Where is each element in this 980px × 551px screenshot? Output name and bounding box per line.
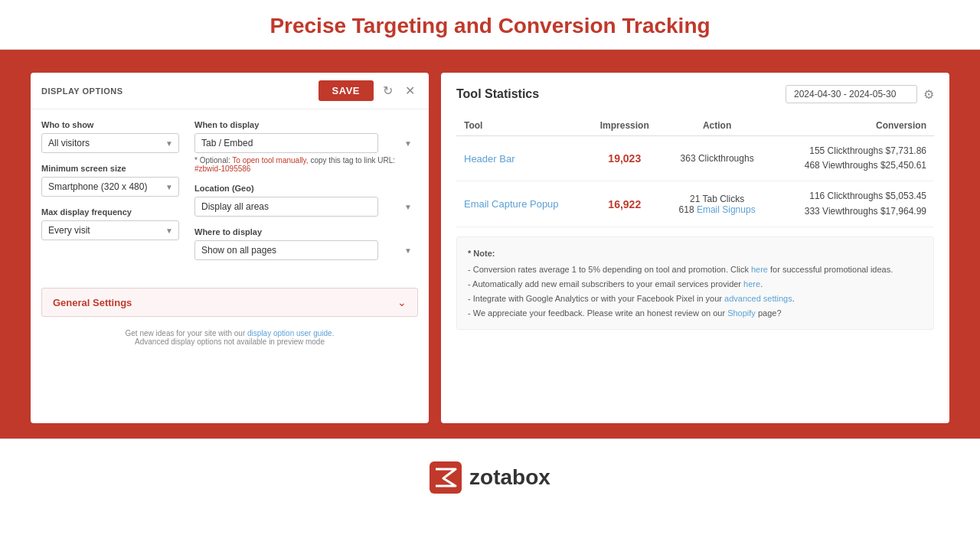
stats-header: Tool Statistics ⚙ [456, 85, 934, 103]
where-to-display-arrow-icon: ▼ [404, 246, 412, 255]
panel-header: DISPLAY OPTIONS SAVE ↻ ✕ [31, 73, 429, 109]
stats-date-range: ⚙ [786, 85, 934, 103]
conversion-line2: 333 Viewthroughs $17,964.99 [779, 204, 926, 219]
panel-footer: Get new ideas for your site with our dis… [31, 323, 429, 349]
conversion-line1: 155 Clickthroughs $7,731.86 [779, 144, 926, 158]
panel-title: DISPLAY OPTIONS [41, 86, 123, 96]
zotabox-brand-name: zotabox [469, 465, 550, 490]
notes-section: * Note: - Conversion rates average 1 to … [456, 236, 934, 330]
action-cell: 21 Tab Clicks 618 Email Signups [663, 181, 772, 227]
table-row: Email Capture Popup 16,922 21 Tab Clicks… [456, 181, 934, 227]
advanced-settings-link[interactable]: advanced settings [724, 294, 792, 303]
stats-table: Tool Impression Action Conversion Header… [456, 116, 934, 227]
open-tool-link[interactable]: To open tool manually, [232, 156, 308, 165]
min-screen-select[interactable]: Smartphone (320 x 480) Tablet (768 x 102… [41, 177, 179, 197]
page-title: Precise Targeting and Conversion Trackin… [0, 14, 980, 38]
general-settings-label: General Settings [53, 297, 132, 308]
location-geo-select[interactable]: Display all areas US only EU only [194, 197, 378, 217]
header-actions: SAVE ↻ ✕ [318, 80, 418, 101]
conversion-value: 155 Clickthroughs $7,731.86 468 Viewthro… [779, 144, 926, 173]
conversion-value: 116 Clickthroughs $5,053.45 333 Viewthro… [779, 189, 926, 218]
main-area: DISPLAY OPTIONS SAVE ↻ ✕ Who to show All… [0, 50, 980, 439]
general-settings-bar: General Settings ⌄ [41, 288, 418, 317]
panel-body: Who to show All visitors New visitors Re… [31, 109, 429, 282]
header-bar-link[interactable]: Header Bar [464, 153, 514, 165]
min-screen-group: Minimum screen size Smartphone (320 x 48… [41, 164, 179, 197]
close-button[interactable]: ✕ [402, 82, 418, 99]
max-frequency-select[interactable]: Every visit Once per day Once per week [41, 220, 179, 240]
conversion-line2: 468 Viewthroughs $25,450.61 [779, 158, 926, 173]
location-geo-arrow-icon: ▼ [404, 203, 412, 211]
col-impression: Impression [586, 116, 663, 136]
action-line1: 21 Tab Clicks [671, 194, 764, 204]
footer-guide-text: Get new ideas for your site with our dis… [41, 329, 418, 337]
stats-title: Tool Statistics [456, 87, 539, 101]
when-to-display-arrow-icon: ▼ [404, 139, 412, 148]
display-option-user-guide-link[interactable]: display option user guide [247, 329, 332, 337]
shopify-link[interactable]: Shopify [727, 308, 756, 318]
date-range-input[interactable] [786, 85, 917, 103]
email-signups-link[interactable]: Email Signups [697, 204, 756, 215]
max-frequency-label: Max display frequency [41, 207, 179, 217]
tool-name-cell: Header Bar [456, 136, 586, 181]
stats-panel: Tool Statistics ⚙ Tool Impression Action… [441, 73, 949, 423]
left-column: Who to show All visitors New visitors Re… [41, 120, 179, 271]
table-row: Header Bar 19,023 363 Clickthroughs 155 … [456, 136, 934, 181]
email-capture-link[interactable]: Email Capture Popup [464, 198, 559, 210]
here-link-2[interactable]: here [743, 279, 760, 289]
right-column: When to display Tab / Embed Popup Slide-… [194, 120, 418, 271]
where-to-display-group: Where to display Show on all pages Homep… [194, 227, 418, 260]
note-line2: - Automatically add new email subscriber… [468, 277, 923, 292]
who-to-show-group: Who to show All visitors New visitors Re… [41, 120, 179, 153]
location-geo-group: Location (Geo) Display all areas US only… [194, 184, 418, 217]
col-tool: Tool [456, 116, 586, 136]
impression-value: 19,023 [608, 152, 641, 165]
here-link-1[interactable]: here [751, 265, 768, 274]
note-line3: - Integrate with Google Analytics or wit… [468, 292, 923, 306]
general-settings-toggle[interactable]: General Settings ⌄ [42, 289, 417, 316]
action-cell: 363 Clickthroughs [663, 136, 772, 181]
impression-cell: 16,922 [586, 181, 663, 227]
impression-value: 16,922 [608, 198, 641, 210]
col-action: Action [663, 116, 772, 136]
when-to-display-label: When to display [194, 120, 418, 129]
conversion-cell: 116 Clickthroughs $5,053.45 333 Viewthro… [772, 181, 934, 227]
when-to-display-group: When to display Tab / Embed Popup Slide-… [194, 120, 418, 173]
impression-cell: 19,023 [586, 136, 663, 181]
min-screen-label: Minimum screen size [41, 164, 179, 173]
location-geo-label: Location (Geo) [194, 184, 418, 193]
tool-name-cell: Email Capture Popup [456, 181, 586, 227]
optional-text: * Optional: [194, 156, 232, 165]
where-to-display-select[interactable]: Show on all pages Homepage only Specific… [194, 240, 378, 260]
note-line4: - We appreciate your feedback. Please wr… [468, 306, 923, 321]
zotabox-logo: zotabox [430, 461, 550, 494]
action-line2: 618 Email Signups [671, 204, 764, 215]
optional-rest: copy this tag to link URL: [310, 156, 395, 165]
optional-note: * Optional: To open tool manually, copy … [194, 156, 418, 173]
page-header: Precise Targeting and Conversion Trackin… [0, 0, 980, 50]
conversion-cell: 155 Clickthroughs $7,731.86 468 Viewthro… [772, 136, 934, 181]
zotabox-z-icon [430, 461, 462, 494]
who-to-show-select[interactable]: All visitors New visitors Returning visi… [41, 133, 179, 153]
max-frequency-group: Max display frequency Every visit Once p… [41, 207, 179, 240]
chevron-down-icon: ⌄ [397, 296, 407, 308]
note-title: * Note: [468, 246, 923, 261]
table-header-row: Tool Impression Action Conversion [456, 116, 934, 136]
col-conversion: Conversion [772, 116, 934, 136]
where-to-display-label: Where to display [194, 227, 418, 236]
who-to-show-label: Who to show [41, 120, 179, 129]
refresh-button[interactable]: ↻ [380, 82, 396, 99]
display-options-panel: DISPLAY OPTIONS SAVE ↻ ✕ Who to show All… [31, 73, 429, 423]
when-to-display-select[interactable]: Tab / Embed Popup Slide-in [194, 133, 378, 153]
note-line1: - Conversion rates average 1 to 5% depen… [468, 262, 923, 277]
footer-preview-note: Advanced display options not available i… [41, 337, 418, 346]
save-button[interactable]: SAVE [318, 80, 374, 101]
gear-button[interactable]: ⚙ [923, 87, 934, 102]
conversion-line1: 116 Clickthroughs $5,053.45 [779, 189, 926, 204]
page-footer: zotabox [0, 439, 980, 515]
optional-hash: #zbwid-1095586 [194, 165, 250, 173]
